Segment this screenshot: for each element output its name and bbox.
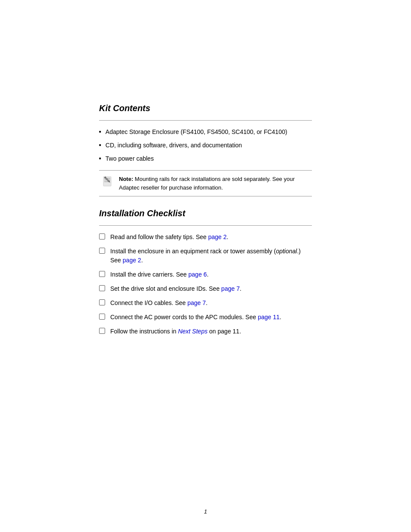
checkbox-7[interactable]: [99, 328, 105, 334]
list-item: Two power cables: [99, 154, 312, 163]
page-number: 1: [204, 508, 207, 515]
link-page2-1[interactable]: page 2: [208, 233, 227, 240]
checklist-item-2: Install the enclosure in an equipment ra…: [99, 247, 312, 265]
link-page11[interactable]: page 11: [258, 314, 280, 320]
link-page6[interactable]: page 6: [188, 271, 207, 278]
link-next-steps[interactable]: Next Steps: [178, 328, 207, 335]
kit-contents-divider: [99, 120, 312, 121]
link-page2-2[interactable]: page 2: [123, 257, 141, 264]
list-item-text: Adaptec Storage Enclosure (FS4100, FS450…: [106, 128, 287, 137]
checklist-text-1: Read and follow the safety tips. See pag…: [110, 233, 228, 242]
checklist-item-5: Connect the I/O cables. See page 7.: [99, 299, 312, 308]
checkbox-1[interactable]: [99, 233, 105, 240]
checklist-text-5: Connect the I/O cables. See page 7.: [110, 299, 208, 308]
link-page7-2[interactable]: page 7: [187, 299, 206, 306]
checkbox-4[interactable]: [99, 285, 105, 291]
list-item-text: CD, including software, drivers, and doc…: [106, 141, 242, 150]
list-item: CD, including software, drivers, and doc…: [99, 141, 312, 150]
checkbox-5[interactable]: [99, 299, 105, 305]
checklist-text-4: Set the drive slot and enclosure IDs. Se…: [110, 284, 241, 293]
installation-checklist-section: Installation Checklist Read and follow t…: [99, 208, 312, 336]
note-text: Note: Mounting rails for rack installati…: [119, 175, 312, 192]
checklist-text-6: Connect the AC power cords to the APC mo…: [110, 313, 281, 322]
list-item: Adaptec Storage Enclosure (FS4100, FS450…: [99, 128, 312, 137]
kit-contents-list: Adaptec Storage Enclosure (FS4100, FS450…: [99, 128, 312, 163]
page-container: Kit Contents Adaptec Storage Enclosure (…: [0, 0, 411, 532]
checklist-text-7: Follow the instructions in Next Steps on…: [110, 327, 241, 336]
checklist-text-3: Install the drive carriers. See page 6.: [110, 270, 209, 279]
note-label: Note:: [119, 176, 133, 182]
content-area: Kit Contents Adaptec Storage Enclosure (…: [0, 0, 411, 370]
installation-checklist-divider: [99, 225, 312, 226]
checklist-item-4: Set the drive slot and enclosure IDs. Se…: [99, 284, 312, 293]
checkbox-6[interactable]: [99, 314, 105, 320]
checklist: Read and follow the safety tips. See pag…: [99, 233, 312, 336]
list-item-text: Two power cables: [106, 154, 154, 163]
kit-contents-title: Kit Contents: [99, 103, 312, 113]
note-body: Mounting rails for rack installations ar…: [119, 176, 295, 191]
checkbox-3[interactable]: [99, 271, 105, 277]
link-page7-1[interactable]: page 7: [221, 285, 240, 292]
checklist-item-6: Connect the AC power cords to the APC mo…: [99, 313, 312, 322]
checklist-item-3: Install the drive carriers. See page 6.: [99, 270, 312, 279]
note-box: Note: Mounting rails for rack installati…: [99, 170, 312, 196]
checkbox-2[interactable]: [99, 248, 105, 254]
note-icon: [103, 175, 115, 187]
installation-checklist-title: Installation Checklist: [99, 208, 312, 218]
kit-contents-section: Kit Contents Adaptec Storage Enclosure (…: [99, 103, 312, 196]
checklist-text-2: Install the enclosure in an equipment ra…: [110, 247, 312, 265]
checklist-item-1: Read and follow the safety tips. See pag…: [99, 233, 312, 242]
checklist-item-7: Follow the instructions in Next Steps on…: [99, 327, 312, 336]
